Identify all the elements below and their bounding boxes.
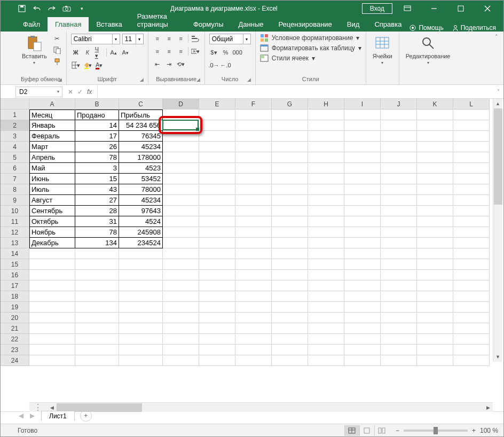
zoom-out-icon[interactable]: − [396,427,399,434]
dialog-launcher-icon[interactable]: ◢ [196,77,200,82]
cells-button[interactable]: Ячейки ▾ [371,34,395,66]
cell[interactable] [235,206,272,216]
cell[interactable] [417,291,453,302]
cell[interactable] [75,345,119,355]
row-header[interactable]: 22 [1,334,29,345]
cell[interactable] [235,163,272,174]
cell[interactable] [119,334,163,345]
currency-icon[interactable]: $▾ [209,48,219,57]
column-header[interactable]: A [29,99,75,110]
cell[interactable] [272,291,308,302]
cell[interactable]: 78000 [119,184,163,195]
cell[interactable] [453,345,490,355]
cell[interactable] [417,248,453,259]
cell[interactable] [199,238,235,248]
cell[interactable] [75,248,119,259]
cell[interactable] [417,270,453,280]
scroll-up-icon[interactable]: ▲ [494,99,502,108]
cell[interactable]: 178000 [119,152,163,163]
cell[interactable] [75,291,119,302]
cell[interactable] [75,313,119,323]
row-header[interactable]: 15 [1,259,29,270]
zoom-level[interactable]: 100 % [480,427,498,434]
name-box[interactable]: ▾ [15,87,62,97]
column-header[interactable]: K [417,99,453,110]
cell[interactable] [75,270,119,280]
row-header[interactable]: 19 [1,302,29,313]
cell[interactable]: Сентябрь [29,206,75,216]
tab-data[interactable]: Данные [231,17,271,32]
cell[interactable] [199,216,235,227]
cell[interactable] [381,142,417,152]
qat-more-icon[interactable]: ▾ [77,4,86,13]
bold-button[interactable]: Ж [71,48,81,57]
decrease-font-icon[interactable]: A▾ [121,48,130,57]
cell[interactable] [235,131,272,142]
cell[interactable]: Февраль [29,131,75,142]
cell[interactable] [453,216,490,227]
cell[interactable] [199,131,235,142]
cell[interactable] [272,345,308,355]
cell[interactable] [272,152,308,163]
cell[interactable] [453,152,490,163]
save-icon[interactable] [18,4,26,13]
row-header[interactable]: 18 [1,291,29,302]
cell[interactable] [308,334,344,345]
cell[interactable] [381,120,417,131]
cell[interactable] [163,259,199,270]
wrap-text-icon[interactable] [191,34,200,43]
cell[interactable] [344,152,381,163]
cell[interactable] [235,270,272,280]
cell[interactable] [344,206,381,216]
normal-view-icon[interactable] [344,425,359,436]
cell[interactable] [344,142,381,152]
sheet-nav-next-icon[interactable]: ▶ [27,412,38,419]
cell[interactable] [235,227,272,238]
cell[interactable] [163,163,199,174]
cell[interactable] [119,280,163,291]
cell[interactable] [381,163,417,174]
tab-formulas[interactable]: Формулы [186,17,231,32]
cell[interactable] [163,152,199,163]
vertical-scrollbar[interactable]: ▲ ▼ [493,99,502,362]
cell[interactable] [272,206,308,216]
cell[interactable] [75,355,119,366]
cell[interactable] [119,345,163,355]
cell[interactable] [308,142,344,152]
cell[interactable] [453,334,490,345]
cell[interactable]: 78 [75,152,119,163]
cell[interactable] [163,227,199,238]
column-header[interactable]: C [119,99,163,110]
cell[interactable] [308,216,344,227]
format-painter-icon[interactable] [52,57,62,67]
merge-center-icon[interactable]: ▾ [191,46,200,56]
cell[interactable] [272,302,308,313]
cell[interactable] [235,174,272,184]
paste-button[interactable]: Вставить ▾ [20,34,49,66]
cell[interactable] [381,131,417,142]
cell[interactable] [417,163,453,174]
cell[interactable] [163,248,199,259]
cell[interactable]: 17 [75,131,119,142]
borders-icon[interactable]: ▾ [71,60,81,70]
increase-font-icon[interactable]: A▴ [109,48,119,57]
row-header[interactable]: 9 [1,195,29,206]
cell[interactable] [235,313,272,323]
cell[interactable] [199,259,235,270]
cell[interactable] [344,216,381,227]
login-button[interactable]: Вход [362,3,392,14]
cell[interactable] [119,291,163,302]
cell[interactable] [308,280,344,291]
cell[interactable] [453,110,490,120]
cell[interactable] [199,163,235,174]
cell[interactable] [381,206,417,216]
cell[interactable] [381,259,417,270]
align-top-icon[interactable]: ≡ [153,34,162,43]
cell[interactable] [417,142,453,152]
select-all-corner[interactable] [1,99,29,110]
cell[interactable] [344,355,381,366]
cell[interactable] [199,120,235,131]
ribbon-display-icon[interactable] [396,1,419,17]
cell[interactable]: 45234 [119,142,163,152]
cell[interactable]: Июнь [29,174,75,184]
